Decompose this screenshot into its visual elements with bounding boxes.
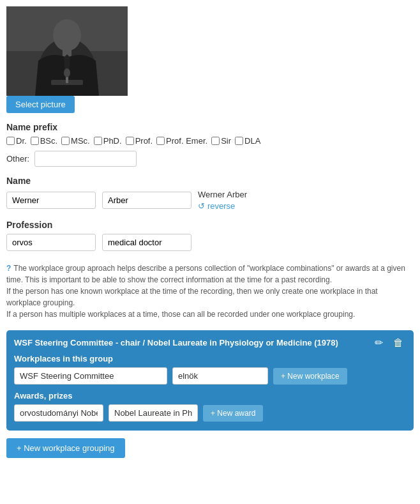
prefix-dla-label: DLA: [244, 136, 260, 146]
reverse-label: reverse: [207, 201, 235, 211]
prefix-sir-label: Sir: [221, 136, 231, 146]
group-actions: ✏ 🗑: [372, 337, 406, 349]
new-workplace-button[interactable]: + New workplace: [273, 368, 347, 385]
other-prefix-input[interactable]: [34, 151, 137, 167]
prefix-prof: Prof.: [126, 136, 153, 146]
name-display-area: Werner Arber ↺ reverse: [198, 190, 247, 211]
prefix-prof-label: Prof.: [135, 136, 153, 146]
first-name-input[interactable]: [6, 192, 96, 209]
prefix-bsc: BSc.: [31, 136, 57, 146]
award-2-input[interactable]: [109, 404, 198, 422]
workplace-name-input[interactable]: [14, 367, 167, 385]
svg-point-3: [53, 19, 81, 51]
name-prefix-row: Dr. BSc. MSc. PhD. Prof. Prof. Emer. Sir…: [6, 136, 414, 146]
new-workplace-grouping-button[interactable]: + New workplace grouping: [6, 438, 125, 458]
prefix-msc-checkbox[interactable]: [61, 137, 70, 145]
prefix-msc: MSc.: [61, 136, 90, 146]
award-1-input[interactable]: [14, 404, 103, 422]
prefix-prof-emer-label: Prof. Emer.: [166, 136, 207, 146]
edit-icon: ✏: [375, 337, 383, 348]
prefix-dr-checkbox[interactable]: [6, 137, 15, 145]
prefix-prof-checkbox[interactable]: [126, 137, 134, 145]
prefix-dr: Dr.: [6, 136, 27, 146]
info-text-1: ?The workplace group aproach helps descr…: [6, 263, 414, 286]
prefix-bsc-label: BSc.: [40, 136, 57, 146]
workplace-group-card: WSF Steering Committee - chair / Nobel L…: [6, 330, 414, 431]
awards-row: + New award: [14, 404, 406, 422]
prefix-bsc-checkbox[interactable]: [31, 137, 39, 145]
workplace-group-title: WSF Steering Committee - chair / Nobel L…: [14, 338, 372, 347]
delete-group-button[interactable]: 🗑: [391, 337, 406, 349]
name-section-label: Name: [6, 176, 414, 186]
info-text-3: If a person has multiple workplaces at a…: [6, 309, 414, 320]
prefix-msc-label: MSc.: [71, 136, 90, 146]
workplace-role-input[interactable]: [172, 367, 268, 385]
reverse-icon: ↺: [198, 201, 205, 211]
workplace-row: + New workplace: [14, 367, 406, 385]
new-award-button[interactable]: + New award: [203, 405, 263, 422]
prefix-prof-emer-checkbox[interactable]: [156, 137, 165, 145]
other-prefix-label: Other:: [6, 154, 29, 164]
photo-svg: [6, 6, 128, 96]
name-prefix-label: Name prefix: [6, 122, 414, 132]
prefix-dla: DLA: [235, 136, 260, 146]
select-picture-button[interactable]: Select picture: [6, 96, 75, 113]
full-name-display: Werner Arber: [198, 190, 247, 199]
person-photo: [6, 6, 128, 96]
svg-point-7: [64, 68, 70, 77]
awards-label: Awards, prizes: [14, 391, 406, 401]
other-prefix-row: Other:: [6, 151, 414, 167]
prefix-phd-label: PhD.: [103, 136, 122, 146]
edit-group-button[interactable]: ✏: [372, 337, 386, 349]
prefix-phd-checkbox[interactable]: [94, 137, 102, 145]
prefix-phd: PhD.: [94, 136, 122, 146]
profession-row: [6, 234, 414, 251]
last-name-input[interactable]: [102, 192, 191, 209]
profession-hu-input[interactable]: [6, 234, 96, 251]
name-row: Werner Arber ↺ reverse: [6, 190, 414, 211]
prefix-dla-checkbox[interactable]: [235, 137, 243, 145]
prefix-sir-checkbox[interactable]: [211, 137, 220, 145]
prefix-prof-emer: Prof. Emer.: [156, 136, 207, 146]
info-icon: ?: [6, 264, 11, 273]
profession-en-input[interactable]: [102, 234, 191, 251]
reverse-link[interactable]: ↺ reverse: [198, 201, 247, 211]
prefix-sir: Sir: [211, 136, 231, 146]
workplace-group-header: WSF Steering Committee - chair / Nobel L…: [14, 337, 406, 349]
prefix-dr-label: Dr.: [16, 136, 27, 146]
info-box: ?The workplace group aproach helps descr…: [6, 260, 414, 323]
photo-section: Select picture: [6, 6, 414, 113]
profession-label: Profession: [6, 220, 414, 230]
workplaces-label: Workplaces in this group: [14, 354, 406, 363]
info-text-2: If the person has one known workplace at…: [6, 286, 414, 309]
trash-icon: 🗑: [393, 337, 403, 348]
